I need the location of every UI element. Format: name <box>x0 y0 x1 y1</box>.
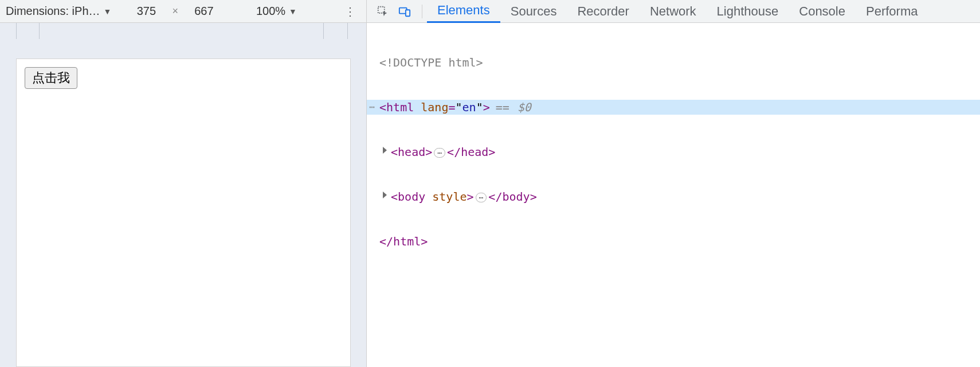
expander-icon[interactable] <box>383 147 387 154</box>
inspect-icon <box>377 5 389 18</box>
dom-html-open[interactable]: ⋯<html lang="en">==$0 <box>367 100 980 115</box>
dom-doctype[interactable]: <!DOCTYPE html> <box>367 55 980 70</box>
collapsed-badge[interactable]: ⋯ <box>476 193 487 202</box>
tab-recorder[interactable]: Recorder <box>567 0 639 23</box>
devtools-toolbar: Elements Sources Recorder Network Lighth… <box>367 0 980 23</box>
device-dropdown[interactable]: Dimensions: iPh… ▼ <box>6 5 111 18</box>
ruler-top <box>0 23 366 39</box>
devtools-pane: Elements Sources Recorder Network Lighth… <box>367 0 980 367</box>
toggle-device-button[interactable] <box>395 2 414 21</box>
dom-html-close[interactable]: </html> <box>367 234 980 249</box>
devices-icon <box>398 5 411 18</box>
device-toolbar: Dimensions: iPh… ▼ × 100% ▼ ⋮ <box>0 0 366 23</box>
device-frame: 点击我 <box>16 58 351 367</box>
inspect-element-button[interactable] <box>374 2 392 21</box>
page-click-button[interactable]: 点击我 <box>25 67 77 89</box>
expander-icon[interactable] <box>383 192 387 198</box>
collapsed-badge[interactable]: ⋯ <box>434 148 445 158</box>
zoom-label: 100% <box>256 5 285 18</box>
dom-tree[interactable]: <!DOCTYPE html> ⋯<html lang="en">==$0 <h… <box>367 23 980 367</box>
device-viewport-area: 点击我 <box>0 23 366 367</box>
width-input[interactable] <box>126 5 166 18</box>
dimensions-label: Dimensions: iPh… <box>6 5 100 18</box>
device-mode-pane: Dimensions: iPh… ▼ × 100% ▼ ⋮ 点击我 <box>0 0 367 367</box>
tab-sources[interactable]: Sources <box>500 0 567 23</box>
height-input[interactable] <box>184 5 224 18</box>
tab-lighthouse[interactable]: Lighthouse <box>707 0 789 23</box>
dom-body[interactable]: <body style>⋯</body> <box>367 189 980 204</box>
kebab-icon: ⋮ <box>344 5 356 18</box>
svg-rect-2 <box>406 10 410 16</box>
ellipsis-icon: ⋯ <box>369 100 374 115</box>
divider <box>422 5 422 18</box>
tab-performance[interactable]: Performa <box>856 0 928 23</box>
chevron-down-icon: ▼ <box>289 7 297 16</box>
chevron-down-icon: ▼ <box>104 7 112 16</box>
more-options-button[interactable]: ⋮ <box>340 2 360 21</box>
tab-network[interactable]: Network <box>640 0 707 23</box>
tab-elements[interactable]: Elements <box>427 0 500 23</box>
zoom-dropdown[interactable]: 100% ▼ <box>256 5 297 18</box>
dimension-separator: × <box>172 5 178 17</box>
dom-head[interactable]: <head>⋯</head> <box>367 145 980 159</box>
tab-console[interactable]: Console <box>789 0 856 23</box>
